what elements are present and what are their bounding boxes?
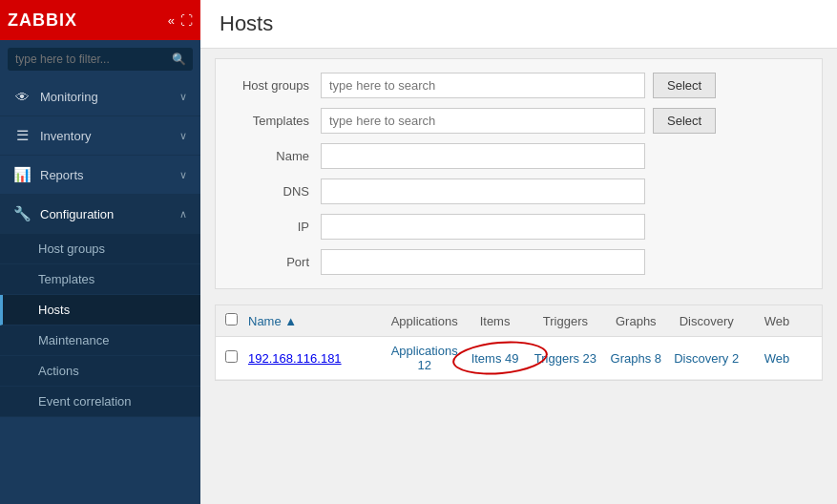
sidebar-header-controls: « ⛶ bbox=[168, 13, 193, 28]
table-row: 192.168.116.181 Applications 12 Items 49… bbox=[216, 337, 822, 380]
maintenance-label: Maintenance bbox=[38, 333, 109, 347]
templates-input[interactable] bbox=[321, 108, 645, 134]
port-row: Port bbox=[235, 249, 803, 275]
monitoring-icon: 👁 bbox=[13, 89, 31, 105]
sidebar-item-maintenance[interactable]: Maintenance bbox=[0, 326, 200, 356]
monitoring-arrow: ∨ bbox=[179, 91, 187, 103]
templates-label: Templates bbox=[38, 272, 94, 286]
col-header-name[interactable]: Name ▲ bbox=[248, 314, 389, 328]
hosts-table: Name ▲ Applications Items Triggers Graph… bbox=[215, 304, 823, 381]
sidebar-item-reports[interactable]: 📊 Reports ∨ bbox=[0, 156, 200, 195]
sidebar-header: ZABBIX « ⛶ bbox=[0, 0, 200, 40]
inventory-label: Inventory bbox=[40, 129, 179, 143]
col-header-applications: Applications bbox=[389, 314, 460, 328]
collapse-icon[interactable]: « bbox=[168, 13, 175, 28]
dns-filter-label: DNS bbox=[235, 184, 321, 199]
web-link[interactable]: Web bbox=[764, 351, 790, 366]
name-filter-label: Name bbox=[235, 149, 321, 163]
reports-icon: 📊 bbox=[13, 166, 31, 183]
main-content: Hosts Host groups Select Templates Selec… bbox=[200, 0, 837, 504]
search-icon: 🔍 bbox=[172, 52, 186, 66]
col-header-items: Items bbox=[460, 314, 531, 328]
configuration-submenu: Host groups Templates Hosts Maintenance … bbox=[0, 234, 200, 417]
host-groups-row: Host groups Select bbox=[235, 73, 803, 98]
host-groups-label: Host groups bbox=[38, 242, 105, 256]
reports-arrow: ∨ bbox=[179, 169, 187, 181]
col-header-graphs: Graphs bbox=[600, 314, 671, 328]
select-all-checkbox[interactable] bbox=[225, 313, 238, 326]
hosts-label: Hosts bbox=[38, 303, 70, 317]
col-header-discovery: Discovery bbox=[671, 314, 742, 328]
items-link[interactable]: Items 49 bbox=[471, 351, 519, 366]
discovery-link[interactable]: Discovery 2 bbox=[674, 351, 739, 366]
ip-filter-label: IP bbox=[235, 220, 321, 234]
page-title: Hosts bbox=[220, 11, 818, 36]
reports-label: Reports bbox=[40, 168, 179, 182]
port-filter-label: Port bbox=[235, 255, 321, 269]
triggers-link[interactable]: Triggers 23 bbox=[534, 351, 596, 366]
host-name-link[interactable]: 192.168.116.181 bbox=[248, 351, 342, 366]
sidebar-item-templates[interactable]: Templates bbox=[0, 264, 200, 295]
host-groups-filter-label: Host groups bbox=[235, 78, 321, 93]
sidebar-item-host-groups[interactable]: Host groups bbox=[0, 234, 200, 264]
inventory-arrow: ∨ bbox=[179, 130, 187, 142]
fullscreen-icon[interactable]: ⛶ bbox=[180, 13, 193, 28]
graphs-link[interactable]: Graphs 8 bbox=[611, 351, 661, 366]
host-groups-input[interactable] bbox=[321, 73, 645, 98]
search-bar: 🔍 bbox=[0, 40, 200, 78]
monitoring-label: Monitoring bbox=[40, 90, 179, 104]
applications-link[interactable]: Applications 12 bbox=[391, 344, 458, 372]
dns-row: DNS bbox=[235, 178, 803, 204]
sidebar-item-configuration[interactable]: 🔧 Configuration ∧ bbox=[0, 195, 200, 234]
name-row: Name bbox=[235, 143, 803, 169]
sidebar-item-event-correlation[interactable]: Event correlation bbox=[0, 387, 200, 417]
configuration-label: Configuration bbox=[40, 207, 179, 221]
actions-label: Actions bbox=[38, 364, 79, 378]
templates-filter-label: Templates bbox=[235, 114, 321, 128]
logo: ZABBIX bbox=[8, 10, 77, 31]
event-correlation-label: Event correlation bbox=[38, 394, 132, 409]
port-input[interactable] bbox=[321, 249, 645, 275]
inventory-icon: ☰ bbox=[13, 127, 31, 144]
items-cell: Items 49 bbox=[471, 351, 519, 366]
col-header-triggers: Triggers bbox=[531, 314, 601, 328]
row-checkbox[interactable] bbox=[225, 350, 238, 363]
col-header-web: Web bbox=[742, 314, 812, 328]
ip-row: IP bbox=[235, 214, 803, 240]
sidebar-item-actions[interactable]: Actions bbox=[0, 356, 200, 387]
sidebar-item-hosts[interactable]: Hosts bbox=[0, 295, 200, 326]
filter-section: Host groups Select Templates Select Name… bbox=[215, 58, 823, 289]
configuration-arrow: ∧ bbox=[179, 208, 187, 220]
search-input[interactable] bbox=[8, 48, 193, 71]
dns-input[interactable] bbox=[321, 178, 645, 204]
sidebar-item-inventory[interactable]: ☰ Inventory ∨ bbox=[0, 116, 200, 156]
name-input[interactable] bbox=[321, 143, 645, 169]
configuration-icon: 🔧 bbox=[13, 205, 31, 222]
page-header: Hosts bbox=[200, 0, 837, 49]
sidebar-item-monitoring[interactable]: 👁 Monitoring ∨ bbox=[0, 78, 200, 116]
host-groups-select-button[interactable]: Select bbox=[653, 73, 716, 98]
templates-row: Templates Select bbox=[235, 108, 803, 134]
templates-select-button[interactable]: Select bbox=[653, 108, 716, 134]
sidebar: ZABBIX « ⛶ 🔍 👁 Monitoring ∨ ☰ Inventory … bbox=[0, 0, 200, 504]
ip-input[interactable] bbox=[321, 214, 645, 240]
table-header: Name ▲ Applications Items Triggers Graph… bbox=[216, 305, 822, 337]
